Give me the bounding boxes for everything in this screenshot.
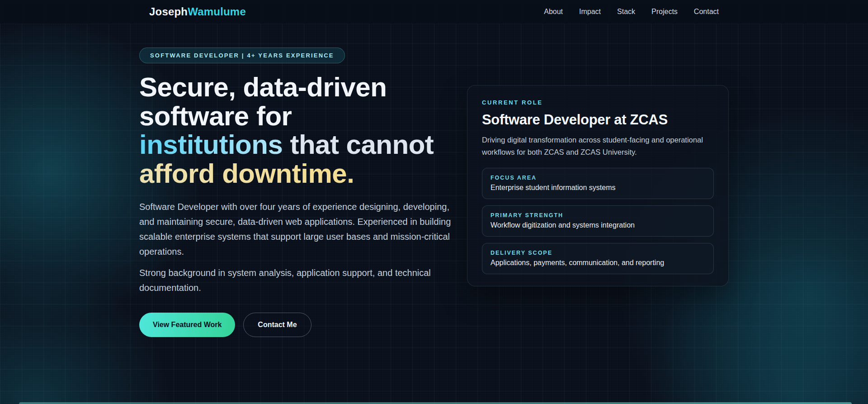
top-nav: JosephWamulume About Impact Stack Projec… — [0, 0, 868, 24]
hero-section: SOFTWARE DEVELOPER | 4+ YEARS EXPERIENCE… — [139, 24, 729, 337]
nav-item-stack[interactable]: Stack — [617, 8, 635, 16]
role-item-label: DELIVERY SCOPE — [491, 250, 705, 256]
experience-badge: SOFTWARE DEVELOPER | 4+ YEARS EXPERIENCE — [139, 48, 345, 63]
heading-line3-rest: that cannot — [283, 129, 434, 160]
role-item-delivery-scope: DELIVERY SCOPE Applications, payments, c… — [482, 243, 714, 274]
nav-item-about[interactable]: About — [544, 8, 563, 16]
current-role-card: CURRENT ROLE Software Developer at ZCAS … — [467, 85, 729, 286]
heading-line2: software for — [139, 101, 292, 131]
logo-first-name: Joseph — [149, 5, 188, 18]
section-divider — [19, 402, 852, 404]
hero-left-column: SOFTWARE DEVELOPER | 4+ YEARS EXPERIENCE… — [139, 48, 467, 337]
hero-paragraph-2: Strong background in system analysis, ap… — [139, 266, 456, 295]
current-role-eyebrow: CURRENT ROLE — [482, 99, 714, 106]
role-item-primary-strength: PRIMARY STRENGTH Workflow digitization a… — [482, 205, 714, 237]
role-item-focus-area: FOCUS AREA Enterprise student informatio… — [482, 168, 714, 199]
view-featured-work-button[interactable]: View Featured Work — [139, 313, 235, 337]
role-item-value: Applications, payments, communication, a… — [491, 259, 705, 267]
logo[interactable]: JosephWamulume — [149, 5, 246, 18]
contact-me-button[interactable]: Contact Me — [243, 313, 311, 337]
heading-highlight-institutions: institutions — [139, 129, 283, 160]
nav-links: About Impact Stack Projects Contact — [544, 8, 719, 16]
role-item-label: FOCUS AREA — [491, 175, 705, 181]
nav-inner: JosephWamulume About Impact Stack Projec… — [139, 5, 729, 18]
role-item-label: PRIMARY STRENGTH — [491, 212, 705, 219]
nav-item-contact[interactable]: Contact — [694, 8, 719, 16]
role-item-value: Enterprise student information systems — [491, 184, 705, 192]
logo-last-name: Wamulume — [188, 5, 246, 18]
heading-highlight-downtime: afford downtime. — [139, 158, 354, 189]
page: JosephWamulume About Impact Stack Projec… — [0, 0, 868, 404]
cta-row: View Featured Work Contact Me — [139, 313, 467, 337]
nav-item-projects[interactable]: Projects — [651, 8, 678, 16]
heading-line1: Secure, data-driven — [139, 72, 387, 102]
hero-heading: Secure, data-drivensoftware forinstituti… — [139, 73, 467, 188]
nav-item-impact[interactable]: Impact — [579, 8, 601, 16]
role-item-value: Workflow digitization and systems integr… — [491, 221, 705, 229]
current-role-description: Driving digital transformation across st… — [482, 134, 714, 158]
current-role-title: Software Developer at ZCAS — [482, 112, 714, 128]
hero-paragraph-1: Software Developer with over four years … — [139, 200, 456, 259]
